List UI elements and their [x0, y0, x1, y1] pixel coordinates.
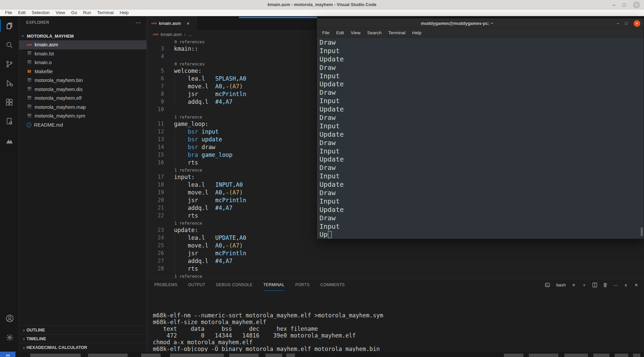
- terminal-output-line: Update: [319, 105, 644, 114]
- menu-file[interactable]: File: [2, 9, 15, 16]
- line-number: 22: [147, 213, 174, 219]
- close-panel-icon[interactable]: ×: [633, 282, 639, 288]
- panel-tab-problems[interactable]: PROBLEMS: [154, 279, 177, 291]
- source-control-icon[interactable]: [0, 54, 19, 74]
- menu-go[interactable]: Go: [68, 9, 80, 16]
- maximize-panel-icon[interactable]: ∧: [623, 282, 629, 288]
- panel-tab-comments[interactable]: COMMENTS: [320, 279, 345, 291]
- terminal-output-line: Update: [319, 155, 644, 164]
- settings-gear-icon[interactable]: [0, 328, 19, 347]
- terminal-output-line: Draw: [319, 114, 644, 122]
- integrated-terminal[interactable]: m68k-elf-nm --numeric-sort motorola_mayh…: [147, 293, 644, 352]
- file-item-README-md[interactable]: iREADME.md: [19, 121, 146, 130]
- file-item-motorola_mayhem-elf[interactable]: motorola_mayhem.elf: [19, 94, 146, 103]
- terminal-shell-icon: [545, 282, 551, 288]
- breadcrumb-symbol[interactable]: …: [188, 32, 192, 37]
- menu-edit[interactable]: Edit: [15, 9, 29, 16]
- vscode-menubar: FileEditSelectionViewGoRunTerminalHelp: [0, 9, 644, 16]
- maximize-icon[interactable]: □: [625, 21, 628, 26]
- new-terminal-icon[interactable]: +: [571, 282, 577, 288]
- close-icon[interactable]: ×: [633, 1, 640, 8]
- file-item-motorola_mayhem-bin[interactable]: motorola_mayhem.bin: [19, 76, 146, 85]
- terminal-line: text data bss dec hex filename: [153, 325, 644, 332]
- terminal-output[interactable]: DrawInputUpdateDrawInputUpdateDrawInputU…: [317, 38, 644, 239]
- section-hexadecimal-calculator[interactable]: ›HEXADECIMAL CALCULATOR: [19, 343, 146, 352]
- mountain-icon[interactable]: [0, 131, 19, 150]
- file-name: motorola_mayhem.elf: [35, 95, 81, 101]
- file-item-motorola_mayhem-map[interactable]: motorola_mayhem.map: [19, 103, 146, 112]
- tab-close-icon[interactable]: ×: [186, 20, 189, 26]
- terminal-menu-view[interactable]: View: [347, 30, 364, 35]
- menu-run[interactable]: Run: [80, 9, 94, 16]
- terminal-window-titlebar[interactable]: muddygames@muddygames-pc: ~ – □ ×: [317, 18, 644, 28]
- codelens-label: 1 reference: [147, 272, 644, 279]
- panel-more-actions-icon[interactable]: ⋯: [612, 282, 618, 288]
- panel-header: PROBLEMSOUTPUTDEBUG CONSOLETERMINALPORTS…: [147, 279, 644, 291]
- folder-root[interactable]: › MOTOROLA_MAYHEM: [19, 32, 146, 40]
- line-number: 19: [147, 189, 174, 195]
- file-item-kmain-asm[interactable]: ASMkmain.asm: [19, 40, 146, 49]
- terminal-output-line: Input: [319, 222, 644, 231]
- file-item-motorola_mayhem-sym[interactable]: motorola_mayhem.sym: [19, 111, 146, 121]
- terminal-line: 472 0 14344 14816 39e0 motorola_mayhem.e…: [153, 332, 644, 339]
- file-file-icon: [28, 51, 31, 56]
- panel-tab-terminal[interactable]: TERMINAL: [263, 279, 285, 291]
- line-number: 4: [147, 53, 174, 59]
- menu-selection[interactable]: Selection: [29, 9, 52, 16]
- terminal-menu-search[interactable]: Search: [364, 30, 385, 35]
- maximize-icon[interactable]: □: [623, 2, 626, 7]
- launch-profile-chevron-icon[interactable]: ∨: [581, 282, 587, 288]
- terminal-output-line: Update: [319, 180, 644, 189]
- line-number: 17: [147, 174, 174, 180]
- code-line[interactable]: 28 rts: [147, 265, 644, 272]
- shell-label[interactable]: bash: [556, 282, 566, 287]
- terminal-line: m68k-elf-objcopy -O binary motorola_mayh…: [153, 346, 644, 352]
- menu-terminal[interactable]: Terminal: [94, 9, 117, 16]
- terminal-window[interactable]: muddygames@muddygames-pc: ~ – □ × FileEd…: [317, 18, 644, 239]
- menu-view[interactable]: View: [53, 9, 68, 16]
- panel-tab-output[interactable]: OUTPUT: [188, 279, 205, 291]
- kill-terminal-trash-icon[interactable]: [602, 282, 608, 288]
- split-terminal-icon[interactable]: [592, 282, 598, 288]
- close-icon[interactable]: ×: [634, 20, 640, 27]
- terminal-scrollbar[interactable]: [641, 227, 643, 236]
- terminal-output-line: Draw: [319, 38, 644, 47]
- line-number: 7: [147, 83, 174, 89]
- file-item-kmain-lst[interactable]: kmain.lst: [19, 49, 146, 58]
- menu-help[interactable]: Help: [117, 9, 132, 16]
- terminal-menu-help[interactable]: Help: [409, 30, 425, 35]
- file-item-motorola_mayhem-dis[interactable]: motorola_mayhem.dis: [19, 85, 146, 94]
- file-item-Makefile[interactable]: MMakefile: [19, 67, 146, 76]
- panel-tabs: PROBLEMSOUTPUTDEBUG CONSOLETERMINALPORTS…: [154, 279, 355, 291]
- terminal-menu-terminal[interactable]: Terminal: [385, 30, 409, 35]
- code-line[interactable]: 26 jsr mcPrintln: [147, 249, 644, 257]
- minimize-icon[interactable]: –: [613, 2, 615, 7]
- explorer-more-actions-icon[interactable]: ⋯: [135, 19, 141, 26]
- section-timeline[interactable]: ›TIMELINE: [19, 334, 146, 343]
- section-outline[interactable]: ›OUTLINE: [19, 325, 146, 334]
- run-and-debug-icon[interactable]: [0, 74, 19, 93]
- panel-tab-debug-console[interactable]: DEBUG CONSOLE: [216, 279, 253, 291]
- file-name: kmain.lst: [35, 51, 54, 56]
- asm-file-icon: ASM: [153, 33, 158, 36]
- terminal-output-line: Input: [319, 47, 644, 55]
- extensions-icon[interactable]: [0, 93, 19, 112]
- code-line[interactable]: 25 move.l A0,-(A7): [147, 241, 644, 249]
- search-icon[interactable]: [0, 35, 19, 54]
- breadcrumb-file[interactable]: kmain.asm: [161, 32, 182, 37]
- remote-indicator[interactable]: ><: [0, 352, 15, 357]
- account-icon[interactable]: [0, 309, 19, 328]
- panel-tab-ports[interactable]: PORTS: [295, 279, 310, 291]
- code-line[interactable]: 27 addq.l #4,A7: [147, 257, 644, 265]
- tools-file-icon[interactable]: [0, 112, 19, 131]
- terminal-menu-edit[interactable]: Edit: [333, 30, 347, 35]
- line-number: 11: [147, 121, 174, 127]
- explorer-icon[interactable]: [0, 16, 19, 35]
- status-item-clipped: [564, 354, 588, 357]
- tab-kmain-asm[interactable]: ASM kmain.asm ×: [147, 16, 197, 31]
- file-item-kmain-o[interactable]: kmain.o: [19, 58, 146, 67]
- terminal-output-line: Input: [319, 122, 644, 130]
- terminal-menu-file[interactable]: File: [319, 30, 333, 35]
- minimize-icon[interactable]: –: [617, 21, 619, 26]
- terminal-output-line: Input: [319, 172, 644, 180]
